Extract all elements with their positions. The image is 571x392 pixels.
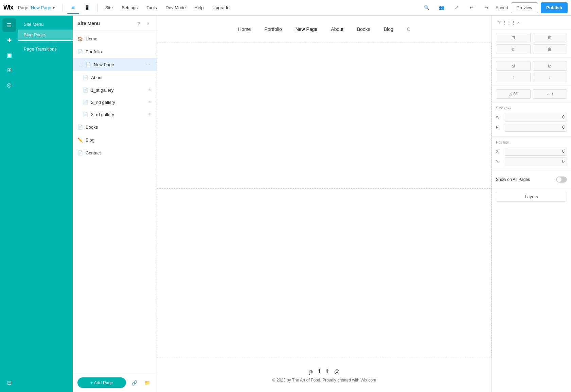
new-page-icon: 📄	[86, 62, 91, 67]
blog-page-icon: ✏️	[77, 137, 83, 143]
rp-height-field[interactable]: 0	[505, 123, 567, 132]
topbar-divider-1	[63, 4, 63, 12]
wix-logo: Wix	[3, 4, 13, 11]
rp-height-label: H:	[496, 125, 503, 129]
preview-btn[interactable]: Preview	[511, 2, 538, 13]
instagram-icon[interactable]: ◎	[334, 368, 340, 375]
rp-size-title: Size (px)	[496, 106, 567, 110]
3rd-gallery-visibility-icon[interactable]: 👁	[148, 112, 152, 117]
canvas-nav-new-page[interactable]: New Page	[296, 26, 318, 32]
rp-duplicate-btn[interactable]: ⧉	[496, 44, 531, 54]
menu-item-blog[interactable]: ✏️ Blog ···	[73, 133, 157, 146]
sidebar-elements-icon[interactable]: ✚	[2, 33, 16, 47]
sidebar-pages-icon[interactable]: ☰	[2, 18, 16, 32]
right-panel-header: ? ⋮⋮⋮ ×	[492, 16, 571, 30]
portfolio-label: Portfolio	[86, 49, 142, 54]
page-dropdown-icon[interactable]: ▾	[53, 5, 55, 10]
canvas-footer-copyright: © 2023 by The Art of Food. Proudly creat…	[272, 378, 376, 382]
layers-btn[interactable]: Layers	[496, 192, 567, 202]
rp-width-row: W: 0	[496, 113, 567, 122]
new-page-more-btn[interactable]: ···	[144, 61, 152, 68]
2nd-gallery-label: 2_nd gallery	[91, 100, 145, 105]
menu-item-books[interactable]: 📄 Books ···	[73, 120, 157, 133]
rp-width-field[interactable]: 0	[505, 113, 567, 122]
menu-item-contact[interactable]: 📄 Contact ···	[73, 146, 157, 159]
site-menu-help-btn[interactable]: ?	[135, 20, 142, 27]
tools-btn[interactable]: Tools	[143, 2, 160, 14]
sidebar-apps-icon[interactable]: ⊞	[2, 63, 16, 77]
books-page-icon: 📄	[77, 125, 83, 130]
undo-btn[interactable]: ↩	[466, 2, 478, 14]
redo-btn[interactable]: ↪	[481, 2, 493, 14]
2nd-gallery-visibility-icon[interactable]: 👁	[148, 100, 152, 105]
canvas-nav-blog[interactable]: Blog	[384, 26, 393, 32]
site-menu-footer: + Add Page 🔗 📁	[73, 373, 157, 392]
menu-item-about[interactable]: 📄 About ···	[73, 71, 157, 84]
menu-item-1st-gallery[interactable]: 📄 1_st gallery 👁	[73, 84, 157, 96]
menu-item-3rd-gallery[interactable]: 📄 3_rd gallery 👁	[73, 108, 157, 120]
pinterest-icon[interactable]: 𝕡	[309, 368, 313, 375]
rp-x-field[interactable]: 0	[505, 147, 567, 156]
publish-btn[interactable]: Publish	[541, 2, 568, 13]
site-menu-close-btn[interactable]: ×	[144, 20, 152, 27]
menu-item-portfolio[interactable]: 📄 Portfolio ···	[73, 45, 157, 58]
site-menu-tab[interactable]: Site Menu	[18, 19, 73, 30]
rp-grid-btn[interactable]: ⋮⋮⋮	[505, 18, 513, 26]
right-panel: ? ⋮⋮⋮ × ⊡ ⊞ ⧉ 🗑 ⊴ ⊵ ↑ ↓	[492, 16, 571, 392]
mobile-view-btn[interactable]: 📱	[81, 2, 93, 14]
site-menu-panel: Site Menu ? × 🏠 Home ··· 📄 Portfolio ···	[73, 16, 157, 392]
books-label: Books	[86, 125, 142, 130]
collaborate-btn[interactable]: 👥	[436, 2, 448, 14]
1st-gallery-visibility-icon[interactable]: 👁	[148, 88, 152, 92]
rp-paste-style-btn[interactable]: ⊞	[533, 33, 567, 42]
rp-rotate-btn[interactable]: △ 0°	[496, 89, 531, 99]
folder-btn[interactable]: 📁	[142, 378, 152, 388]
rp-toggle-switch[interactable]	[556, 176, 567, 183]
rp-flip-btn[interactable]: ↔ ↕	[533, 89, 567, 99]
rp-y-row: Y: 0	[496, 157, 567, 166]
canvas-nav-about[interactable]: About	[331, 26, 343, 32]
canvas-nav-home[interactable]: Home	[238, 26, 251, 32]
rp-size-section: Size (px) W: 0 H: 0	[492, 102, 571, 137]
rp-copy-style-btn[interactable]: ⊡	[496, 33, 531, 42]
fullscreen-btn[interactable]: ⤢	[451, 2, 463, 14]
blog-pages-tab[interactable]: Blog Pages	[18, 30, 73, 41]
upgrade-btn[interactable]: Upgrade	[209, 2, 233, 14]
topbar: Wix Page: New Page ▾ 🖥 📱 Site Settings T…	[0, 0, 571, 16]
devmode-btn[interactable]: Dev Mode	[162, 2, 189, 14]
site-menu-btn[interactable]: Site	[102, 2, 116, 14]
menu-item-new-page[interactable]: 📄 New Page ···	[73, 58, 157, 71]
sidebar-interactions-icon[interactable]: ◎	[2, 78, 16, 92]
portfolio-page-icon: 📄	[77, 49, 83, 54]
rp-y-field[interactable]: 0	[505, 157, 567, 166]
facebook-icon[interactable]: f	[319, 368, 320, 375]
search-btn[interactable]: 🔍	[421, 2, 433, 14]
1st-gallery-icon: 📄	[83, 88, 88, 93]
help-btn[interactable]: Help	[191, 2, 207, 14]
rp-close-btn[interactable]: ×	[514, 18, 522, 26]
menu-item-home[interactable]: 🏠 Home ···	[73, 32, 157, 45]
menu-item-2nd-gallery[interactable]: 📄 2_nd gallery 👁	[73, 96, 157, 108]
rp-align-left-btn[interactable]: ⊴	[496, 61, 531, 71]
main-layout: ☰ ✚ ▣ ⊞ ◎ ⊟ Site Menu Blog Pages Page Tr…	[0, 16, 571, 392]
sidebar-wixapps-icon[interactable]: ⊟	[2, 376, 16, 389]
twitter-icon[interactable]: 𝕥	[326, 368, 329, 375]
add-page-btn[interactable]: + Add Page	[77, 377, 126, 388]
about-label: About	[91, 75, 142, 80]
sidebar-media-icon[interactable]: ▣	[2, 48, 16, 62]
rp-align-top-btn[interactable]: ↑	[496, 73, 531, 82]
page-label: Page:	[18, 5, 30, 10]
settings-btn[interactable]: Settings	[118, 2, 141, 14]
canvas-nav-more[interactable]: C	[407, 26, 410, 32]
link-btn[interactable]: 🔗	[129, 378, 139, 388]
left-sidebar: ☰ ✚ ▣ ⊞ ◎ ⊟	[0, 16, 18, 392]
rp-align-bottom-btn[interactable]: ↓	[533, 73, 567, 82]
canvas-nav-portfolio[interactable]: Portfolio	[264, 26, 282, 32]
desktop-view-btn[interactable]: 🖥	[67, 2, 79, 14]
rp-align-right-btn[interactable]: ⊵	[533, 61, 567, 71]
new-page-drag-handle[interactable]	[77, 61, 83, 68]
rp-delete-btn[interactable]: 🗑	[533, 44, 567, 54]
home-label: Home	[86, 36, 142, 41]
canvas-nav-books[interactable]: Books	[357, 26, 370, 32]
page-transitions-tab[interactable]: Page Transitions	[18, 44, 73, 54]
